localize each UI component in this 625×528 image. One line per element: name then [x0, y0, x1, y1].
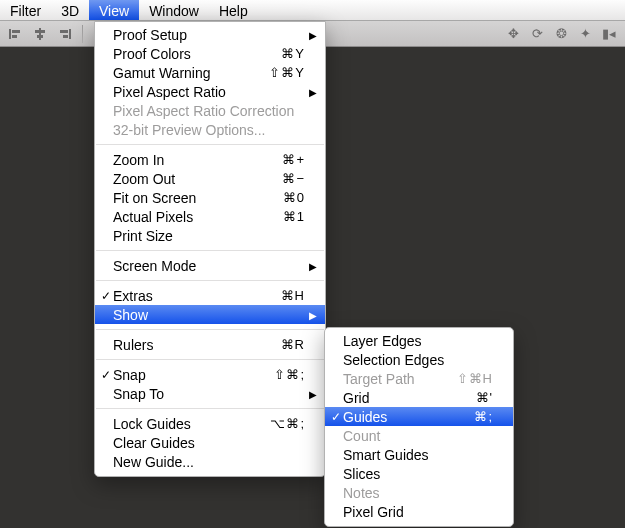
menu-item-label: Screen Mode [113, 258, 305, 274]
menu-item-shortcut: ⌘0 [283, 190, 305, 205]
menu-item-label: 32-bit Preview Options... [113, 122, 305, 138]
menu-item-label: Pixel Grid [343, 504, 493, 520]
submenu-arrow-icon: ▶ [309, 309, 317, 320]
menu-item-32bit-preview: 32-bit Preview Options... [95, 120, 325, 139]
svg-rect-6 [69, 29, 71, 39]
menu-item-label: Count [343, 428, 493, 444]
menu-item-screen-mode[interactable]: Screen Mode ▶ [95, 256, 325, 275]
svg-rect-3 [39, 28, 41, 40]
move-3d-icon[interactable]: ✥ [503, 24, 523, 44]
menubar-item-view[interactable]: View [89, 0, 139, 20]
menu-item-fit-on-screen[interactable]: Fit on Screen ⌘0 [95, 188, 325, 207]
submenu-item-slices[interactable]: Slices [325, 464, 513, 483]
menu-item-rulers[interactable]: Rulers ⌘R [95, 335, 325, 354]
submenu-item-grid[interactable]: Grid ⌘' [325, 388, 513, 407]
menu-item-label: Print Size [113, 228, 305, 244]
submenu-item-count: Count [325, 426, 513, 445]
menu-item-label: Snap To [113, 386, 305, 402]
menu-separator [96, 359, 324, 360]
submenu-item-selection-edges[interactable]: Selection Edges [325, 350, 513, 369]
menu-separator [96, 329, 324, 330]
menu-item-label: Zoom In [113, 152, 262, 168]
menu-item-label: Pixel Aspect Ratio Correction [113, 103, 305, 119]
menu-item-shortcut: ⇧⌘; [274, 367, 305, 382]
menu-item-actual-pixels[interactable]: Actual Pixels ⌘1 [95, 207, 325, 226]
menu-item-snap[interactable]: ✓ Snap ⇧⌘; [95, 365, 325, 384]
align-right-icon[interactable] [54, 24, 74, 44]
menu-item-lock-guides[interactable]: Lock Guides ⌥⌘; [95, 414, 325, 433]
menu-item-zoom-in[interactable]: Zoom In ⌘+ [95, 150, 325, 169]
check-icon: ✓ [99, 368, 113, 382]
menu-item-pixel-aspect-ratio[interactable]: Pixel Aspect Ratio ▶ [95, 82, 325, 101]
menu-item-label: Show [113, 307, 305, 323]
menu-item-label: Grid [343, 390, 456, 406]
menu-item-label: Selection Edges [343, 352, 493, 368]
menu-item-label: Fit on Screen [113, 190, 263, 206]
submenu-item-layer-edges[interactable]: Layer Edges [325, 331, 513, 350]
menubar-item-filter[interactable]: Filter [0, 0, 51, 20]
menu-item-label: Lock Guides [113, 416, 250, 432]
menu-item-label: Smart Guides [343, 447, 493, 463]
submenu-arrow-icon: ▶ [309, 86, 317, 97]
menu-item-label: Notes [343, 485, 493, 501]
submenu-arrow-icon: ▶ [309, 388, 317, 399]
menu-item-snap-to[interactable]: Snap To ▶ [95, 384, 325, 403]
menu-item-label: Snap [113, 367, 254, 383]
menu-separator [96, 144, 324, 145]
svg-rect-0 [9, 29, 11, 39]
menu-item-label: Target Path [343, 371, 437, 387]
svg-rect-5 [37, 35, 43, 38]
menu-item-shortcut: ⌘; [474, 409, 493, 424]
align-left-icon[interactable] [6, 24, 26, 44]
menu-item-label: Rulers [113, 337, 261, 353]
menu-item-label: Guides [343, 409, 454, 425]
submenu-item-notes: Notes [325, 483, 513, 502]
menubar-item-3d[interactable]: 3D [51, 0, 89, 20]
menu-item-shortcut: ⌘H [281, 288, 305, 303]
menu-item-extras[interactable]: ✓ Extras ⌘H [95, 286, 325, 305]
menubar-item-help[interactable]: Help [209, 0, 258, 20]
show-submenu: Layer Edges Selection Edges Target Path … [324, 327, 514, 527]
menu-item-shortcut: ⌘Y [281, 46, 305, 61]
submenu-item-pixel-grid[interactable]: Pixel Grid [325, 502, 513, 521]
menu-item-label: New Guide... [113, 454, 305, 470]
menu-item-shortcut: ⇧⌘H [457, 371, 493, 386]
menu-item-shortcut: ⌘+ [282, 152, 305, 167]
menu-item-show[interactable]: Show ▶ [95, 305, 325, 324]
menu-item-pixel-aspect-correction: Pixel Aspect Ratio Correction [95, 101, 325, 120]
menu-item-proof-colors[interactable]: Proof Colors ⌘Y [95, 44, 325, 63]
view-menu: Proof Setup ▶ Proof Colors ⌘Y Gamut Warn… [94, 21, 326, 477]
menu-item-label: Proof Setup [113, 27, 305, 43]
svg-rect-1 [12, 30, 20, 33]
menu-item-print-size[interactable]: Print Size [95, 226, 325, 245]
rotate-3d-icon[interactable]: ⟳ [527, 24, 547, 44]
camera-3d-icon[interactable]: ▮◂ [599, 24, 619, 44]
menu-item-label: Clear Guides [113, 435, 305, 451]
menu-item-label: Extras [113, 288, 261, 304]
menu-item-label: Slices [343, 466, 493, 482]
submenu-item-guides[interactable]: ✓ Guides ⌘; [325, 407, 513, 426]
menu-item-label: Layer Edges [343, 333, 493, 349]
check-icon: ✓ [329, 410, 343, 424]
menu-item-label: Zoom Out [113, 171, 262, 187]
orbit-3d-icon[interactable]: ❂ [551, 24, 571, 44]
menu-item-new-guide[interactable]: New Guide... [95, 452, 325, 471]
align-center-icon[interactable] [30, 24, 50, 44]
submenu-arrow-icon: ▶ [309, 260, 317, 271]
menu-separator [96, 280, 324, 281]
menu-item-proof-setup[interactable]: Proof Setup ▶ [95, 25, 325, 44]
menu-item-shortcut: ⌘− [282, 171, 305, 186]
submenu-item-target-path: Target Path ⇧⌘H [325, 369, 513, 388]
svg-rect-8 [63, 35, 68, 38]
submenu-item-smart-guides[interactable]: Smart Guides [325, 445, 513, 464]
menu-item-label: Gamut Warning [113, 65, 249, 81]
menu-item-zoom-out[interactable]: Zoom Out ⌘− [95, 169, 325, 188]
menu-item-gamut-warning[interactable]: Gamut Warning ⇧⌘Y [95, 63, 325, 82]
menu-item-label: Proof Colors [113, 46, 261, 62]
menu-item-clear-guides[interactable]: Clear Guides [95, 433, 325, 452]
menu-item-label: Actual Pixels [113, 209, 263, 225]
menu-separator [96, 408, 324, 409]
menubar-item-window[interactable]: Window [139, 0, 209, 20]
pan-3d-icon[interactable]: ✦ [575, 24, 595, 44]
menu-item-shortcut: ⌘' [476, 390, 493, 405]
